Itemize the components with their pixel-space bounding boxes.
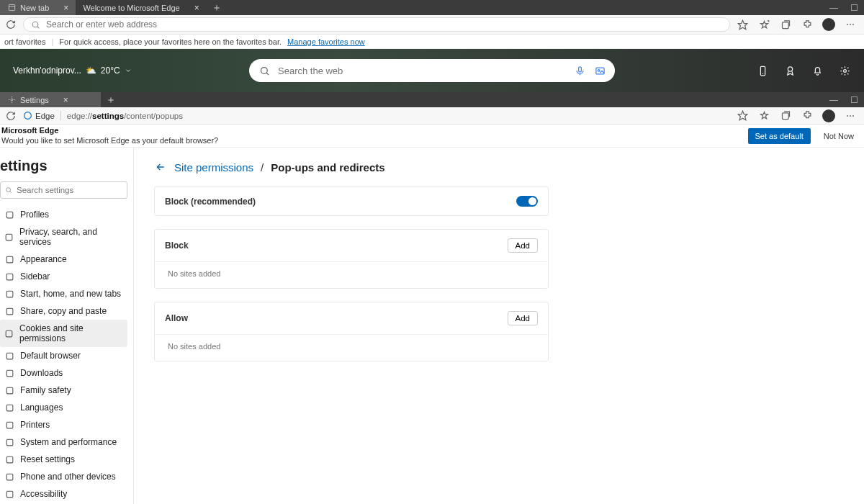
extensions-icon[interactable]	[801, 18, 814, 31]
window2-toolbar: Edge edge://settings/content/popups ⋯	[0, 107, 864, 125]
sidebar-item-label: Accessibility	[20, 489, 67, 499]
import-favorites[interactable]: ort favorites	[4, 37, 45, 46]
maximize-button[interactable]: ☐	[844, 0, 864, 15]
add-allow-button[interactable]: Add	[508, 311, 538, 325]
manage-favorites-link[interactable]: Manage favorites now	[287, 37, 365, 46]
add-block-button[interactable]: Add	[508, 238, 538, 253]
maximize-button[interactable]: ☐	[844, 92, 864, 107]
ntp-search-box[interactable]	[249, 59, 615, 82]
sidebar-item-phone-and-other-devices[interactable]: Phone and other devices	[0, 468, 127, 485]
sidebar-item-profiles[interactable]: Profiles	[0, 206, 127, 223]
back-button[interactable]	[154, 161, 167, 174]
close-icon[interactable]: ×	[63, 95, 68, 105]
settings-search[interactable]	[0, 181, 127, 199]
sidebar-item-label: Cookies and site permissions	[19, 323, 123, 343]
favorite-star-icon[interactable]	[736, 18, 749, 31]
sidebar-item-start-home-and-new-tabs[interactable]: Start, home, and new tabs	[0, 285, 127, 302]
collections-icon[interactable]	[779, 18, 792, 31]
new-tab-button[interactable]: ＋	[207, 0, 227, 15]
weather-city: Verkhn'odniprov...	[13, 66, 81, 76]
set-default-button[interactable]: Set as default	[748, 128, 811, 144]
image-search-icon[interactable]	[593, 64, 606, 77]
bell-icon[interactable]	[811, 64, 824, 77]
sidebar-item-languages[interactable]: Languages	[0, 399, 127, 416]
minimize-button[interactable]: —	[824, 0, 844, 15]
profile-avatar[interactable]	[822, 109, 835, 122]
favorites-icon[interactable]	[757, 109, 770, 122]
sidebar-item-share-copy-and-paste[interactable]: Share, copy and paste	[0, 302, 127, 320]
newtab-icon	[7, 4, 16, 12]
search-icon	[5, 186, 12, 194]
new-tab-page: Verkhn'odniprov... ⛅ 20°C	[0, 49, 864, 92]
tab-title: New tab	[20, 4, 49, 12]
sidebar-item-downloads[interactable]: Downloads	[0, 364, 127, 382]
svg-rect-31	[6, 456, 13, 463]
sidebar-icon	[4, 420, 14, 430]
sidebar-item-privacy-search-and-services[interactable]: Privacy, search, and services	[0, 223, 127, 251]
svg-point-13	[24, 112, 32, 120]
infobar-title: Microsoft Edge	[1, 126, 218, 135]
allow-list-card: Allow Add No sites added	[154, 302, 549, 361]
extensions-icon[interactable]	[801, 109, 814, 122]
menu-icon[interactable]: ⋯	[844, 109, 857, 122]
new-tab-button[interactable]: ＋	[101, 92, 121, 107]
settings-search-input[interactable]	[17, 186, 122, 194]
voice-icon[interactable]	[573, 64, 586, 77]
edge-label: Edge	[35, 112, 55, 120]
rewards-icon[interactable]	[783, 64, 796, 77]
block-toggle[interactable]	[516, 196, 538, 207]
svg-point-10	[788, 66, 792, 71]
address-bar[interactable]: Edge edge://settings/content/popups	[23, 111, 730, 120]
weather-widget[interactable]: Verkhn'odniprov... ⛅ 20°C	[13, 66, 132, 76]
tab-welcome[interactable]: Welcome to Microsoft Edge ×	[76, 0, 206, 15]
svg-rect-30	[6, 439, 13, 446]
chevron-down-icon	[125, 67, 132, 74]
ntp-search-input[interactable]	[278, 66, 566, 76]
edge-icon	[23, 111, 32, 120]
svg-point-5	[261, 67, 267, 73]
menu-icon[interactable]: ⋯	[844, 18, 857, 31]
sidebar-item-label: Start, home, and new tabs	[20, 289, 121, 299]
breadcrumb-link[interactable]: Site permissions	[174, 161, 253, 174]
not-now-button[interactable]: Not Now	[818, 128, 860, 144]
favorite-star-icon[interactable]	[736, 109, 749, 122]
address-bar[interactable]	[23, 17, 730, 32]
reload-button[interactable]	[4, 18, 17, 31]
settings-title: ettings	[0, 155, 127, 181]
profile-avatar[interactable]	[822, 18, 835, 31]
sidebar-item-sidebar[interactable]: Sidebar	[0, 268, 127, 285]
mobile-icon[interactable]	[756, 64, 769, 77]
sidebar-item-label: Printers	[20, 420, 50, 430]
sidebar-icon	[4, 232, 14, 242]
tab-newtab[interactable]: New tab ×	[0, 0, 76, 15]
sidebar-item-default-browser[interactable]: Default browser	[0, 347, 127, 364]
sidebar-icon	[4, 328, 14, 338]
window2-tab-strip: Settings × ＋ — ☐	[0, 92, 864, 107]
sidebar-icon	[4, 402, 14, 413]
sidebar-item-printers[interactable]: Printers	[0, 416, 127, 433]
collections-icon[interactable]	[779, 109, 792, 122]
sidebar-item-appearance[interactable]: Appearance	[0, 251, 127, 268]
tab-settings[interactable]: Settings ×	[0, 92, 101, 107]
sidebar-item-reset-settings[interactable]: Reset settings	[0, 451, 127, 468]
close-icon[interactable]: ×	[194, 3, 199, 13]
minimize-button[interactable]: —	[824, 92, 844, 107]
address-input[interactable]	[46, 19, 722, 30]
svg-rect-16	[782, 113, 788, 120]
sidebar-item-system-and-performance[interactable]: System and performance	[0, 433, 127, 451]
close-icon[interactable]: ×	[63, 3, 68, 13]
sidebar-item-cookies-and-site-permissions[interactable]: Cookies and site permissions	[0, 320, 127, 347]
address-url: edge://settings/content/popups	[67, 112, 183, 120]
svg-rect-32	[6, 474, 13, 480]
sidebar-item-family-safety[interactable]: Family safety	[0, 382, 127, 399]
favorites-icon[interactable]	[757, 18, 770, 31]
svg-rect-22	[6, 291, 13, 297]
svg-marker-15	[760, 112, 768, 119]
block-recommended-label: Block (recommended)	[165, 197, 256, 207]
sidebar-item-accessibility[interactable]: Accessibility	[0, 485, 127, 503]
sidebar-icon	[4, 454, 14, 464]
svg-marker-2	[738, 20, 747, 30]
allow-label: Allow	[165, 313, 188, 323]
reload-button[interactable]	[4, 109, 17, 122]
gear-icon[interactable]	[838, 64, 851, 77]
